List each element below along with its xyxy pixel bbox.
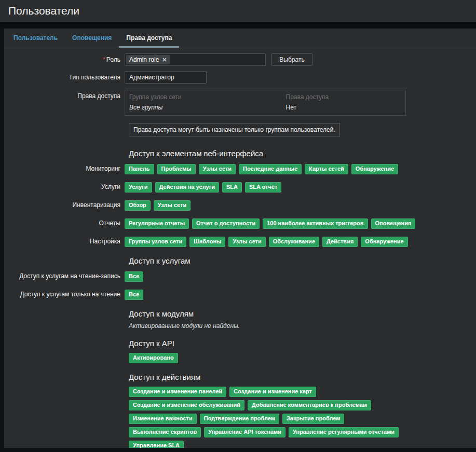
permission-badge: Управление API токенами (204, 427, 285, 437)
permission-badge: Обслуживание (269, 237, 319, 247)
reports-row: Отчеты Регулярные отчетыОтчет о доступно… (4, 218, 468, 229)
services-ui-label: Услуги (4, 182, 125, 190)
required-asterisk: * (103, 56, 105, 63)
section-heading-ui-access: Доступ к элементам веб-интерфейса (129, 149, 468, 158)
permission-badge: Изменение важности (129, 414, 197, 424)
api-badges: Активировано (129, 353, 468, 363)
permission-badge: Обнаружение (361, 237, 407, 247)
permission-badge: Услуги (125, 182, 152, 193)
host-group-cell: Все группы (125, 102, 282, 116)
api-enabled-badge: Активировано (129, 353, 178, 363)
user-type-row: Тип пользователя (4, 71, 468, 84)
permission-badge: Обнаружение (351, 164, 398, 174)
role-select-button[interactable]: Выбрать (271, 53, 312, 66)
section-heading-services-access: Доступ к услугам (129, 256, 468, 265)
permission-badge: SLA (222, 182, 242, 193)
tab-bar: Пользователь Оповещения Права доступа (4, 29, 476, 48)
permission-badge: Карты сетей (305, 164, 348, 174)
permission-badge: Действия на услуги (155, 182, 219, 193)
role-chip-label: Admin role (129, 56, 159, 63)
header-divider (0, 22, 476, 29)
permission-badge: Шаблоны (189, 237, 225, 247)
user-edit-panel: Пользователь Оповещения Права доступа *Р… (4, 29, 476, 448)
page-header: Пользователи (0, 0, 476, 22)
inventory-badges: ОбзорУзлы сети (125, 200, 468, 211)
inventory-row: Инвентаризация ОбзорУзлы сети (4, 200, 468, 211)
host-permissions-row: Права доступа Группа узлов сети Права до… (4, 90, 468, 116)
permission-badge: Закрытие проблем (282, 414, 345, 424)
section-heading-actions: Доступ к действиям (129, 373, 468, 381)
modules-empty-text: Активированные модули не найдены. (129, 322, 468, 330)
chip-remove-icon[interactable]: ✕ (162, 56, 167, 63)
permission-badge: Выполнение скриптов (129, 427, 201, 437)
permission-badge: Все (125, 290, 143, 300)
monitoring-row: Мониторинг ПанельПроблемыУзлы сетиПослед… (4, 164, 468, 174)
permission-badge: Узлы сети (154, 200, 191, 211)
column-header-permissions: Права доступа (282, 90, 406, 102)
permission-badge: Узлы сети (228, 237, 265, 247)
tab-user[interactable]: Пользователь (6, 29, 65, 48)
role-multiselect-input[interactable]: Admin role ✕ (125, 53, 266, 66)
permission-badge: Отчет о доступности (192, 218, 260, 229)
tab-media[interactable]: Оповещения (65, 29, 119, 48)
permission-badge: Создание и изменение панелей (129, 387, 226, 397)
monitoring-label: Мониторинг (4, 164, 125, 172)
inventory-label: Инвентаризация (4, 200, 125, 209)
reports-label: Отчеты (4, 218, 125, 227)
section-heading-modules: Доступ к модулям (129, 309, 468, 318)
services-ui-row: Услуги УслугиДействия на услугиSLASLA от… (4, 182, 468, 193)
services-read-only-row: Доступ к услугам только на чтение Все (4, 290, 468, 300)
permission-badge: Управление регулярными отчетами (289, 427, 399, 437)
permission-badge: Действия (322, 237, 358, 247)
permission-badge: Добавление комментариев к проблемам (248, 400, 371, 410)
role-label: *Роль (4, 53, 125, 63)
host-group-permissions-table: Группа узлов сети Права доступа Все груп… (125, 90, 406, 116)
tab-permissions[interactable]: Права доступа (119, 29, 179, 48)
permission-badge: Управление SLA (129, 441, 184, 448)
permission-badge: Обзор (125, 200, 151, 211)
permission-badge: Проблемы (157, 164, 196, 174)
configuration-row: Настройка Группы узлов сетиШаблоныУзлы с… (4, 237, 468, 247)
permission-badge: Узлы сети (199, 164, 236, 174)
section-heading-api: Доступ к API (129, 339, 468, 348)
role-row: *Роль Admin role ✕ Выбрать (4, 53, 468, 66)
services-read-only-badges: Все (125, 290, 468, 300)
permissions-cell: Нет (282, 102, 406, 116)
page-title: Пользователи (8, 5, 79, 17)
permission-badge: SLA отчёт (245, 182, 281, 193)
reports-badges: Регулярные отчетыОтчет о доступности100 … (125, 218, 468, 229)
monitoring-badges: ПанельПроблемыУзлы сетиПоследние данныеК… (125, 164, 468, 174)
services-read-write-badges: Все (125, 271, 468, 282)
actions-badges: Создание и изменение панелейСоздание и и… (129, 387, 419, 448)
services-read-write-row: Доступ к услугам на чтение-запись Все (4, 271, 468, 282)
configuration-badges: Группы узлов сетиШаблоныУзлы сетиОбслужи… (125, 237, 468, 247)
host-permissions-label: Права доступа (4, 90, 125, 100)
column-header-host-group: Группа узлов сети (125, 90, 282, 102)
permission-badge: Подтверждение проблем (200, 414, 279, 424)
user-type-label: Тип пользователя (4, 71, 125, 81)
form-content: *Роль Admin role ✕ Выбрать Тип пользоват… (4, 48, 476, 448)
role-chip: Admin role ✕ (126, 55, 170, 64)
permission-badge: Панель (125, 164, 154, 174)
permission-badge: 100 наиболее активных триггеров (263, 218, 368, 229)
table-row: Все группы Нет (125, 102, 406, 116)
permission-badge: Создание и изменение карт (229, 387, 316, 397)
configuration-label: Настройка (4, 237, 125, 245)
permission-badge: Последние данные (239, 164, 302, 174)
permissions-notice: Права доступа могут быть назначены тольк… (129, 123, 340, 136)
permission-badge: Создание и изменение обслуживаний (129, 400, 244, 410)
services-ui-badges: УслугиДействия на услугиSLASLA отчёт (125, 182, 468, 193)
services-read-only-label: Доступ к услугам только на чтение (4, 290, 125, 298)
permission-badge: Регулярные отчеты (125, 218, 189, 229)
permission-badge: Оповещения (371, 218, 416, 229)
services-read-write-label: Доступ к услугам на чтение-запись (4, 271, 125, 280)
user-type-field[interactable] (125, 71, 207, 84)
permission-badge: Все (125, 271, 143, 282)
permission-badge: Группы узлов сети (125, 237, 186, 247)
